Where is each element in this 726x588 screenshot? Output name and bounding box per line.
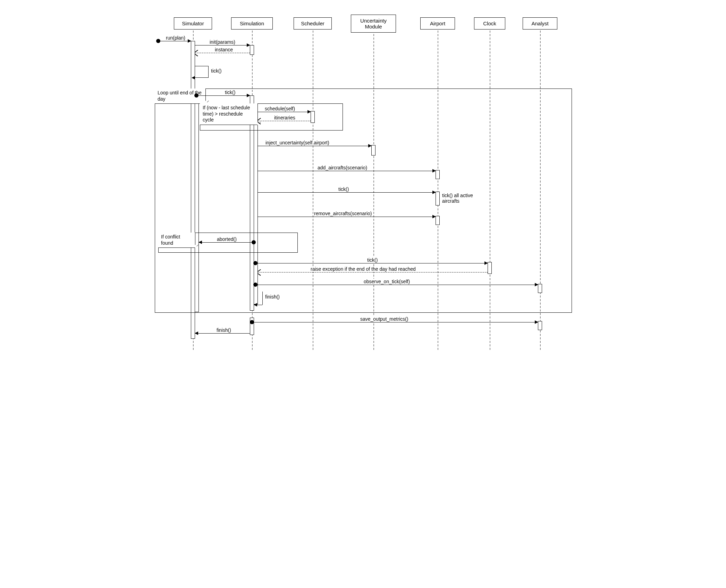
msg-inject: inject_uncertainty(self.airport): [258, 146, 371, 146]
msg-finish-self: [254, 305, 262, 305]
msg-remove-aircrafts: remove_aircrafts(scenario): [258, 217, 436, 217]
label-finish-self: finish(): [265, 294, 280, 300]
msg-instance: instance: [195, 53, 250, 53]
msg-self-tick: [195, 66, 209, 78]
msg-init: init(params): [195, 45, 250, 45]
participant-clock: Clock: [474, 17, 505, 30]
activation-simulation-init: [250, 45, 254, 55]
msg-finish: finish(): [195, 333, 250, 334]
msg-observe: observe_on_tick(self): [255, 285, 538, 285]
msg-run: run(plan): [158, 41, 191, 41]
msg-schedule: schedule(self): [258, 112, 311, 112]
participant-airport: Airport: [420, 17, 455, 30]
frame-label-reschedule: If (now - last schedule time) > reschedu…: [200, 103, 258, 125]
msg-add-aircrafts: add_aircrafts(scenario): [258, 171, 436, 171]
msg-tick-airport: tick(): [258, 192, 436, 193]
activation-analyst-save: [538, 321, 542, 330]
sequence-diagram: Simulator Simulation Scheduler Uncertain…: [151, 7, 575, 354]
msg-aborted: aborted(): [199, 242, 254, 243]
participant-analyst: Analyst: [523, 17, 557, 30]
frame-label-conflict: If conflict found: [158, 233, 195, 248]
participant-simulator: Simulator: [174, 17, 212, 30]
msg-itineraries: itineraries: [258, 121, 311, 121]
participant-simulation: Simulation: [231, 17, 273, 30]
participant-scheduler: Scheduler: [294, 17, 332, 30]
msg-clock-tick: tick(): [255, 263, 488, 263]
label-self-tick: tick(): [211, 68, 221, 74]
msg-save-metrics: save_output_metrics(): [252, 322, 538, 322]
frame-conflict: If conflict found: [158, 233, 298, 253]
finish-self-v: [262, 292, 263, 305]
msg-clock-exception: raise exception if the end of the day ha…: [258, 272, 488, 272]
participant-uncertainty: Uncertainty Module: [351, 15, 396, 33]
note-tick-all: tick() all active aircrafts: [442, 193, 487, 204]
msg-loop-tick: tick(): [196, 95, 250, 96]
